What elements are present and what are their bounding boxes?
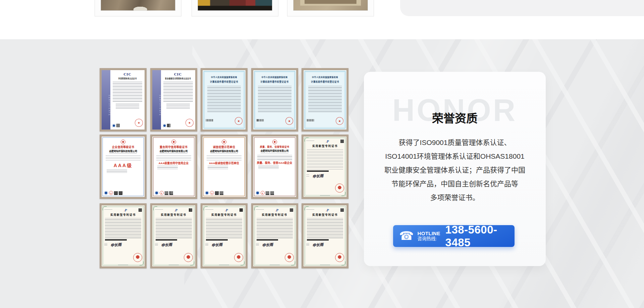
certificate-utility-patent[interactable]: .:P 实用新型专利证书 申长雨	[302, 135, 348, 199]
red-seal-icon	[335, 184, 344, 193]
certificate-text-lines	[258, 86, 291, 112]
certificate-title: 质量、服务、信誉等级证书	[255, 145, 294, 148]
company-name: 合肥珂玛环保科技有限公司	[204, 149, 244, 153]
certificate-utility-patent[interactable]: .:P 实用新型专利证书 申长雨	[201, 203, 248, 268]
cnipa-logo-icon: .:P	[326, 140, 329, 143]
cic-logo: CIC	[112, 72, 143, 76]
certificate-integrity-model[interactable]: 诚信经营示范单位 合肥珂玛环保科技有限公司 AAA级诚信经营示范单位 ★	[201, 135, 248, 199]
qr-code-icon	[139, 208, 142, 212]
barcode-icon	[257, 119, 264, 121]
company-name: 合肥珂玛环保科技有限公司	[154, 149, 194, 153]
signature: 申长雨	[312, 241, 323, 247]
certificate-title: 实用新型专利证书	[205, 213, 243, 216]
qr-code-icon	[167, 124, 170, 127]
accreditation-logo-icon	[163, 124, 166, 127]
certificate-title: 环境管理体系认证证书	[112, 77, 143, 80]
cic-logo: CIC	[162, 72, 194, 76]
qr-code-icon	[266, 191, 269, 195]
certificate-software-copyright[interactable]: 中华人民共和国国家版权局 计算机软件著作权登记证书 ★	[302, 68, 348, 132]
barcode-icon	[257, 239, 278, 241]
project-card[interactable]	[95, 0, 181, 16]
credit-emblem-icon	[272, 140, 277, 144]
certificate-title: 职业健康安全管理体系认证证书	[162, 77, 194, 80]
honor-description: 获得了ISO9001质量管理体系认证、 ISO14001环境管理体系认证和OHS…	[373, 136, 536, 204]
certificate-title: 实用新型专利证书	[306, 144, 344, 148]
honor-description-line: 职业健康安全管理体系认证；产品获得了中国	[373, 163, 536, 177]
qr-code-icon	[215, 191, 219, 195]
hotline-button[interactable]: ☎ HOTLINE 咨询热线: 138-5600-3485	[393, 225, 515, 247]
certificate-text-lines	[208, 166, 228, 169]
certificate-text-lines	[207, 86, 241, 112]
red-seal-icon	[184, 253, 193, 262]
barcode-icon	[206, 119, 213, 121]
company-name: 合肥珂玛环保科技有限公司	[103, 149, 143, 153]
honor-description-line: 获得了ISO9001质量管理体系认证、	[373, 136, 536, 149]
certificate-contract-trustworthy[interactable]: 重合同守信用等级证书 合肥珂玛环保科技有限公司 AAA级重合同守信用企业 ★	[150, 135, 197, 199]
certificate-utility-patent[interactable]: .:P 实用新型专利证书 申长雨	[150, 203, 197, 268]
barcode-icon	[307, 170, 329, 172]
certificate-title: 计算机软件著作权登记证书	[205, 80, 243, 83]
certificate-text-lines	[156, 155, 191, 160]
qr-code-icon	[239, 208, 243, 212]
certificate-text-lines	[207, 155, 241, 160]
project-photo-excavation	[101, 0, 175, 11]
certificate-side-band: CERTIFICATE	[152, 70, 161, 130]
red-seal-icon: ★	[134, 118, 144, 127]
phone-icon: ☎	[399, 230, 414, 242]
star-seal-icon: ★	[109, 191, 113, 195]
qr-code-icon	[290, 208, 293, 212]
red-seal-icon: ★	[234, 117, 243, 125]
certificate-credit-rating[interactable]: 企业信用等级证书 合肥珂玛环保科技有限公司 AAA级 ★	[100, 135, 147, 199]
red-seal-icon	[335, 253, 344, 262]
certificate-text-lines	[307, 149, 343, 169]
accreditation-logo-icon	[205, 191, 209, 195]
certificate-title: 实用新型专利证书	[155, 213, 193, 216]
certificate-text-lines	[258, 165, 279, 169]
certificate-cic-environment[interactable]: CERTIFICATE CIC 环境管理体系认证证书 ★	[100, 68, 147, 132]
award-grade: AAA级诚信经营示范单位	[204, 161, 244, 165]
project-card[interactable]	[287, 0, 374, 16]
top-right-panel	[400, 0, 644, 16]
certificate-quality-service-reputation[interactable]: 质量、服务、信誉等级证书 合肥珂玛环保科技有限公司 质量、服务、信誉AAA级企业…	[251, 135, 298, 199]
certificate-text-lines	[157, 166, 178, 169]
red-seal-icon: ★	[285, 117, 293, 125]
honor-description-line: 节能环保产品，中国自主创新名优产品等	[373, 177, 536, 191]
honor-description-line: ISO14001环境管理体系认证和OHSAS18001	[373, 149, 536, 163]
cnipa-logo-icon: .:P	[225, 208, 228, 212]
company-name: 合肥珂玛环保科技有限公司	[255, 149, 294, 152]
certificate-text-lines	[116, 103, 139, 109]
cnipa-logo-icon: .:P	[174, 208, 177, 212]
qr-code-icon	[220, 191, 223, 195]
award-grade: AAA级重合同守信用企业	[154, 161, 194, 165]
qr-code-icon	[116, 124, 120, 127]
certificate-cic-safety[interactable]: CERTIFICATE CIC 职业健康安全管理体系认证证书 ★	[150, 68, 197, 132]
signature: 申长雨	[211, 241, 222, 247]
certificate-utility-patent[interactable]: .:P 实用新型专利证书 申长雨	[251, 203, 298, 268]
red-seal-icon: ★	[185, 118, 194, 127]
certificate-text-lines	[206, 218, 242, 238]
red-seal-icon	[285, 253, 294, 262]
certificate-utility-patent[interactable]: .:P 实用新型专利证书 申长雨	[302, 203, 348, 268]
cnipa-logo-icon: .:P	[275, 208, 278, 212]
certificate-software-copyright[interactable]: 中华人民共和国国家版权局 计算机软件著作权登记证书 ★	[201, 68, 248, 132]
certificate-org: 中华人民共和国国家版权局	[256, 75, 293, 79]
hotline-number: 138-5600-3485	[445, 223, 508, 249]
award-grade: AAA级	[103, 162, 143, 168]
certificate-text-lines	[257, 218, 293, 238]
credit-emblem-icon	[222, 140, 226, 144]
certificate-title: 实用新型专利证书	[306, 213, 344, 216]
accreditation-logo-icon	[155, 191, 159, 195]
signature: 申长雨	[262, 241, 273, 247]
project-card[interactable]	[192, 0, 278, 16]
certificate-software-copyright[interactable]: 中华人民共和国国家版权局 计算机软件著作权登记证书 ★	[251, 68, 298, 132]
certificate-text-lines	[308, 86, 342, 112]
certificate-utility-patent[interactable]: .:P 实用新型专利证书 申长雨	[100, 203, 147, 268]
page: CERTIFICATE CIC 环境管理体系认证证书 ★	[0, 0, 644, 308]
accreditation-logo-icon	[256, 191, 260, 195]
qr-code-icon	[165, 191, 168, 195]
certificate-org: 中华人民共和国国家版权局	[205, 75, 243, 79]
hotline-label-zh: 咨询热线:	[418, 236, 440, 242]
barcode-icon	[206, 239, 228, 241]
certificate-title: 企业信用等级证书	[103, 145, 143, 149]
qr-code-icon	[119, 191, 122, 195]
